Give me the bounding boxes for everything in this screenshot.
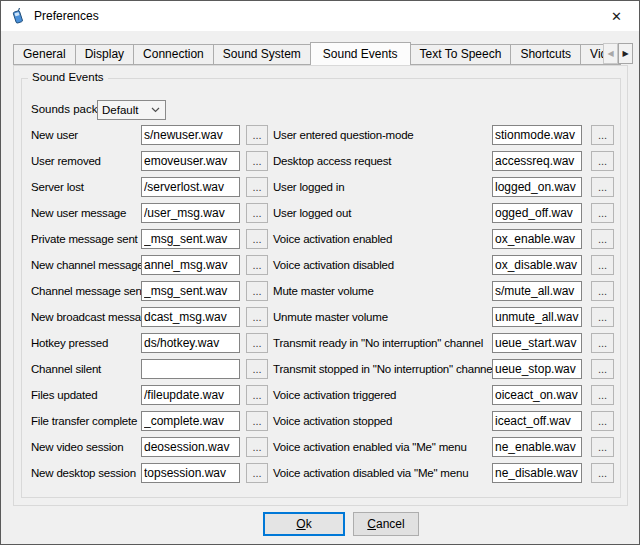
tab-display[interactable]: Display: [75, 44, 134, 65]
event-label-channel-silent: Channel silent: [31, 362, 101, 376]
browse-button-voice-activation-enabled[interactable]: ...: [591, 229, 614, 249]
sounds-pack-label: Sounds pack: [31, 103, 98, 115]
event-label-user-entered-question-mode: User entered question-mode: [273, 128, 414, 142]
close-icon: ✕: [611, 9, 622, 24]
event-sound-file-input-server-lost[interactable]: [141, 177, 240, 197]
browse-button-new-channel-message[interactable]: ...: [246, 255, 268, 275]
browse-button-new-desktop-session[interactable]: ...: [246, 463, 268, 483]
tab-scroll-buttons: ◀ ▶: [603, 43, 633, 64]
event-sound-file-input-new-video-session[interactable]: [141, 437, 240, 457]
titlebar: Preferences ✕: [1, 1, 639, 31]
cancel-button[interactable]: Cancel: [353, 512, 419, 536]
event-sound-file-input-user-logged-in[interactable]: [492, 177, 582, 197]
close-button[interactable]: ✕: [594, 1, 639, 31]
event-label-files-updated: Files updated: [31, 388, 97, 402]
arrow-right-icon: ▶: [622, 49, 628, 58]
event-label-voice-activation-disabled: Voice activation disabled: [273, 258, 394, 272]
event-label-new-desktop-session: New desktop session: [31, 466, 136, 480]
event-label-channel-message-sent: Channel message sent: [31, 284, 145, 298]
browse-button-unmute-master-volume[interactable]: ...: [591, 307, 614, 327]
event-label-private-message-sent: Private message sent: [31, 232, 138, 246]
browse-button-voice-activation-disabled[interactable]: ...: [591, 255, 614, 275]
event-label-user-removed: User removed: [31, 154, 101, 168]
event-sound-file-input-file-transfer-complete[interactable]: [141, 411, 240, 431]
browse-button-channel-silent[interactable]: ...: [246, 359, 268, 379]
event-label-voice-activation-stopped: Voice activation stopped: [273, 414, 392, 428]
browse-button-voice-activation-stopped[interactable]: ...: [591, 411, 614, 431]
arrow-left-icon: ◀: [607, 49, 613, 58]
event-sound-file-input-new-broadcast-message[interactable]: [141, 307, 240, 327]
browse-button-channel-message-sent[interactable]: ...: [246, 281, 268, 301]
event-label-unmute-master-volume: Unmute master volume: [273, 310, 388, 324]
event-sound-file-input-voice-activation-triggered[interactable]: [492, 385, 582, 405]
app-icon: [10, 8, 26, 24]
event-sound-file-input-voice-activation-disabled-via-me-menu[interactable]: [492, 463, 582, 483]
preferences-dialog: Preferences ✕ GeneralDisplayConnectionSo…: [0, 0, 640, 545]
event-sound-file-input-transmit-stopped-in-no-interruption-channel[interactable]: [492, 359, 582, 379]
tab-text-to-speech[interactable]: Text To Speech: [410, 44, 512, 65]
event-label-new-broadcast-message: New broadcast message: [31, 310, 153, 324]
browse-button-new-user[interactable]: ...: [246, 125, 268, 145]
event-sound-file-input-files-updated[interactable]: [141, 385, 240, 405]
tab-general[interactable]: General: [13, 44, 76, 65]
event-sound-file-input-voice-activation-enabled[interactable]: [492, 229, 582, 249]
tab-shortcuts[interactable]: Shortcuts: [510, 44, 581, 65]
event-sound-file-input-voice-activation-disabled[interactable]: [492, 255, 582, 275]
chevron-down-icon: [151, 107, 160, 113]
tab-bar: GeneralDisplayConnectionSound SystemSoun…: [13, 42, 621, 65]
browse-button-voice-activation-disabled-via-me-menu[interactable]: ...: [591, 463, 614, 483]
tab-scroll-left-button[interactable]: ◀: [603, 43, 618, 64]
event-sound-file-input-user-entered-question-mode[interactable]: [492, 125, 582, 145]
event-sound-file-input-channel-silent[interactable]: [141, 359, 240, 379]
browse-button-mute-master-volume[interactable]: ...: [591, 281, 614, 301]
browse-button-new-broadcast-message[interactable]: ...: [246, 307, 268, 327]
browse-button-user-logged-out[interactable]: ...: [591, 203, 614, 223]
event-sound-file-input-transmit-ready-in-no-interruption-channel[interactable]: [492, 333, 582, 353]
browse-button-new-user-message[interactable]: ...: [246, 203, 268, 223]
browse-button-files-updated[interactable]: ...: [246, 385, 268, 405]
event-sound-file-input-private-message-sent[interactable]: [141, 229, 240, 249]
event-sound-file-input-new-channel-message[interactable]: [141, 255, 240, 275]
browse-button-server-lost[interactable]: ...: [246, 177, 268, 197]
browse-button-voice-activation-enabled-via-me-menu[interactable]: ...: [591, 437, 614, 457]
event-sound-file-input-user-logged-out[interactable]: [492, 203, 582, 223]
browse-button-private-message-sent[interactable]: ...: [246, 229, 268, 249]
browse-button-hotkey-pressed[interactable]: ...: [246, 333, 268, 353]
event-label-new-channel-message: New channel message: [31, 258, 144, 272]
event-sound-file-input-user-removed[interactable]: [141, 151, 240, 171]
event-label-file-transfer-complete: File transfer complete: [31, 414, 137, 428]
event-label-new-user-message: New user message: [31, 206, 126, 220]
event-label-user-logged-out: User logged out: [273, 206, 351, 220]
browse-button-user-logged-in[interactable]: ...: [591, 177, 614, 197]
tab-scroll-right-button[interactable]: ▶: [618, 43, 633, 64]
tab-connection[interactable]: Connection: [133, 44, 214, 65]
browse-button-user-entered-question-mode[interactable]: ...: [591, 125, 614, 145]
browse-button-transmit-ready-in-no-interruption-channel[interactable]: ...: [591, 333, 614, 353]
event-sound-file-input-new-user[interactable]: [141, 125, 240, 145]
browse-button-voice-activation-triggered[interactable]: ...: [591, 385, 614, 405]
event-sound-file-input-new-user-message[interactable]: [141, 203, 240, 223]
event-sound-file-input-voice-activation-enabled-via-me-menu[interactable]: [492, 437, 582, 457]
event-sound-file-input-channel-message-sent[interactable]: [141, 281, 240, 301]
event-sound-file-input-hotkey-pressed[interactable]: [141, 333, 240, 353]
event-label-voice-activation-enabled: Voice activation enabled: [273, 232, 392, 246]
event-label-voice-activation-enabled-via-me-menu: Voice activation enabled via "Me" menu: [273, 440, 467, 454]
browse-button-transmit-stopped-in-no-interruption-channel[interactable]: ...: [591, 359, 614, 379]
event-sound-file-input-mute-master-volume[interactable]: [492, 281, 582, 301]
event-label-voice-activation-disabled-via-me-menu: Voice activation disabled via "Me" menu: [273, 466, 468, 480]
event-label-transmit-ready-in-no-interruption-channel: Transmit ready in "No interruption" chan…: [273, 336, 483, 350]
ok-button[interactable]: Ok: [263, 512, 345, 536]
browse-button-user-removed[interactable]: ...: [246, 151, 268, 171]
tab-sound-system[interactable]: Sound System: [213, 44, 311, 65]
browse-button-desktop-access-request[interactable]: ...: [591, 151, 614, 171]
browse-button-file-transfer-complete[interactable]: ...: [246, 411, 268, 431]
tab-sound-events[interactable]: Sound Events: [310, 42, 411, 65]
event-sound-file-input-voice-activation-stopped[interactable]: [492, 411, 582, 431]
event-sound-file-input-unmute-master-volume[interactable]: [492, 307, 582, 327]
sounds-pack-select[interactable]: Default: [97, 100, 166, 120]
event-sound-file-input-new-desktop-session[interactable]: [141, 463, 240, 483]
event-sound-file-input-desktop-access-request[interactable]: [492, 151, 582, 171]
browse-button-new-video-session[interactable]: ...: [246, 437, 268, 457]
event-label-user-logged-in: User logged in: [273, 180, 344, 194]
event-label-hotkey-pressed: Hotkey pressed: [31, 336, 108, 350]
